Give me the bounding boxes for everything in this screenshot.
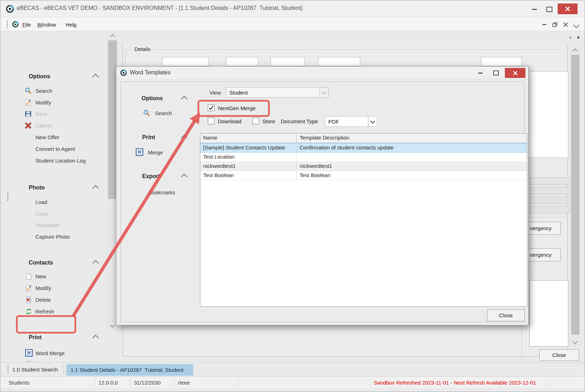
sidebar-item-download[interactable]: Download xyxy=(35,222,59,228)
column-header-description[interactable]: Template Description xyxy=(297,133,527,143)
detail-field[interactable] xyxy=(271,57,305,66)
sidebar-item-new-offer[interactable]: New Offer xyxy=(35,134,59,140)
dialog-nav-bookmarks[interactable]: Bookmarks xyxy=(149,189,175,195)
sidebar-item-save[interactable]: Save xyxy=(35,111,48,117)
scroll-up-icon[interactable] xyxy=(109,34,116,39)
dialog-titlebar: Word Templates xyxy=(116,67,528,79)
sidebar-drag-handle[interactable] xyxy=(7,192,9,202)
tabstrip: Details Offers Enrolments Pathways Conta… xyxy=(123,32,568,45)
detail-field[interactable] xyxy=(530,206,570,214)
collapse-chevron-icon[interactable] xyxy=(182,97,186,101)
dialog-close-button[interactable] xyxy=(505,68,525,78)
sidebar-item-clear[interactable]: Clear xyxy=(35,211,48,217)
mdi-close-button[interactable] xyxy=(561,21,570,28)
window-title: eBECAS - eBECAS VET DEMO - SANDBOX ENVIR… xyxy=(17,5,302,11)
sidebar-item-load[interactable]: Load xyxy=(35,199,47,205)
menubar: File Window Help xyxy=(0,17,585,31)
sidebar-item-cancel[interactable]: Cancel xyxy=(35,123,52,129)
detail-field[interactable] xyxy=(530,197,570,204)
chevron-down-icon xyxy=(319,87,328,97)
collapse-chevron-icon[interactable] xyxy=(182,136,186,140)
dialog-nav-merge[interactable]: Merge xyxy=(148,149,163,155)
main-close-button[interactable]: Close xyxy=(539,349,579,361)
collapse-chevron-icon[interactable] xyxy=(93,261,98,266)
mdi-minimize-button[interactable] xyxy=(540,21,548,28)
notes-box[interactable] xyxy=(529,280,568,347)
scroll-down-icon[interactable] xyxy=(572,339,579,345)
sidebar-item-capture-photo[interactable]: Capture Photo xyxy=(35,234,70,240)
mdi-restore-button[interactable] xyxy=(551,21,559,28)
tab-scroll-right-icon[interactable] xyxy=(576,35,581,40)
scroll-down-icon[interactable] xyxy=(109,322,116,328)
sidebar-item-student-location-log[interactable]: Student Location Log xyxy=(35,158,86,164)
sidebar-section-print: Print xyxy=(29,334,41,341)
dialog-close-action-button[interactable]: Close xyxy=(487,309,525,321)
store-label: Store xyxy=(262,118,275,124)
sidebar-item-contact-refresh[interactable]: Refresh xyxy=(35,308,54,314)
bottom-tabbar: 1.0 Student Search 1.1 Student Details -… xyxy=(0,362,585,376)
status-user-area: Students xyxy=(5,378,95,387)
view-label: View xyxy=(197,90,221,96)
dialog-nav-search[interactable]: Search xyxy=(155,110,172,116)
cell-description: Confirmation of student contacts update xyxy=(297,143,527,152)
view-dropdown-value: Student xyxy=(226,90,248,96)
cell-name: nickwordtest1 xyxy=(200,162,297,171)
doc-tab-student-search[interactable]: 1.0 Student Search xyxy=(12,367,58,373)
column-header-name[interactable]: Name xyxy=(200,133,297,143)
detail-field[interactable] xyxy=(530,177,570,185)
detail-field[interactable] xyxy=(481,57,522,66)
search-icon xyxy=(24,87,32,95)
dialog-logo-icon xyxy=(120,69,127,76)
doc-tab-student-details[interactable]: 1.1 Student Details - AP10287 Tutorial, … xyxy=(66,364,193,376)
menu-help[interactable]: Help xyxy=(63,20,79,29)
cell-description: Test Boolean xyxy=(297,171,527,180)
sidebar-item-word-merge[interactable]: Word Merge xyxy=(35,350,65,356)
application-window: eBECAS - eBECAS VET DEMO - SANDBOX ENVIR… xyxy=(0,0,585,392)
dialog-section-print: Print xyxy=(142,134,155,141)
sidebar-item-contact-delete[interactable]: Delete xyxy=(35,297,51,303)
store-checkbox[interactable] xyxy=(252,118,259,124)
sidebar-item-contact-modify[interactable]: Modify xyxy=(35,285,51,291)
main-scrollbar[interactable] xyxy=(570,47,580,346)
sidebar-item-convert-to-agent[interactable]: Convert to Agent xyxy=(35,146,75,152)
minimize-button[interactable] xyxy=(528,5,541,14)
details-group-title: Details xyxy=(132,46,153,52)
cancel-icon xyxy=(24,122,32,129)
detail-field[interactable] xyxy=(530,187,570,194)
collapse-chevron-icon[interactable] xyxy=(93,186,98,191)
dialog-maximize-button[interactable] xyxy=(491,69,501,77)
document-type-dropdown[interactable]: PDF xyxy=(325,116,377,127)
detail-field[interactable] xyxy=(226,57,258,66)
cell-description: nickwordtest1 xyxy=(297,162,527,171)
scroll-up-icon[interactable] xyxy=(572,48,579,54)
menu-window[interactable]: Window xyxy=(34,20,59,29)
close-button[interactable] xyxy=(558,4,578,14)
table-row[interactable]: Test Location xyxy=(200,153,527,162)
collapse-chevron-icon[interactable] xyxy=(93,75,98,79)
detail-field[interactable] xyxy=(162,57,209,66)
menubar-chevron-down-icon[interactable] xyxy=(572,22,580,28)
refresh-icon xyxy=(25,308,32,315)
table-row[interactable]: nickwordtest1 nickwordtest1 xyxy=(200,162,527,171)
download-checkbox[interactable] xyxy=(208,118,214,124)
collapse-chevron-icon[interactable] xyxy=(182,175,186,179)
cell-description xyxy=(297,153,527,161)
sidebar-item-search[interactable]: Search xyxy=(35,88,52,94)
status-date: 31/12/2030 xyxy=(131,378,175,387)
divider xyxy=(63,365,64,375)
table-row[interactable]: Test Boolean Test Boolean xyxy=(200,171,527,180)
menu-file[interactable]: File xyxy=(20,20,34,29)
document-type-value: PDF xyxy=(325,119,339,125)
scrollbar-thumb[interactable] xyxy=(571,55,579,335)
table-row[interactable]: [Sample] Student Contacts Update Confirm… xyxy=(200,143,527,153)
sidebar-item-modify[interactable]: Modify xyxy=(35,100,51,106)
view-dropdown[interactable]: Student xyxy=(226,87,329,98)
collapse-chevron-icon[interactable] xyxy=(93,336,98,340)
sidebar: Options Search Modify Save Cancel New Of… xyxy=(6,32,107,362)
dialog-minimize-button[interactable] xyxy=(475,69,486,77)
tab-scroll-left-icon[interactable] xyxy=(568,35,573,40)
sidebar-item-contact-new[interactable]: New xyxy=(35,273,46,279)
maximize-button[interactable] xyxy=(543,5,556,14)
statusbar: Students 12.0.0.0 31/12/2030 rleee Sandb… xyxy=(0,376,585,388)
detail-field[interactable] xyxy=(318,57,360,66)
